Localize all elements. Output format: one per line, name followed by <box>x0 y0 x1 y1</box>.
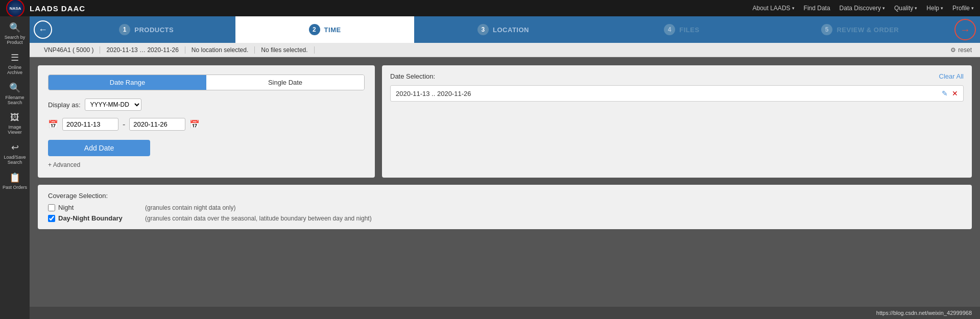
breadcrumb-files: No files selected. <box>255 46 314 54</box>
quality-link[interactable]: Quality ▾ <box>894 5 917 12</box>
archive-icon: ☰ <box>11 52 19 63</box>
breadcrumb-product: VNP46A1 ( 5000 ) <box>38 46 100 54</box>
tab-single-date[interactable]: Single Date <box>206 75 364 90</box>
layout: 🔍 Search by Product ☰ Online Archive 🔍 F… <box>0 16 980 319</box>
coverage-label: Coverage Selection: <box>48 192 962 200</box>
chevron-down-icon: ▾ <box>792 6 795 11</box>
sidebar-item-past-orders[interactable]: 📋 Past Orders <box>0 169 30 193</box>
coverage-boundary-label[interactable]: Day-Night Boundary <box>48 214 130 222</box>
sidebar-item-search-by-product[interactable]: 🔍 Search by Product <box>0 19 30 48</box>
display-format-select[interactable]: YYYY-MM-DD MM/DD/YYYY DD/MM/YYYY <box>85 99 141 111</box>
coverage-row-daynightboundary: Day-Night Boundary (granules contain dat… <box>48 214 962 222</box>
coverage-night-desc: (granules contain night data only) <box>145 204 235 211</box>
step-num-5: 5 <box>821 24 832 35</box>
clear-all-button[interactable]: Clear All <box>939 72 964 80</box>
reset-button[interactable]: ⚙ reset <box>950 46 972 54</box>
gear-icon: ⚙ <box>950 46 956 54</box>
coverage-night-checkbox[interactable] <box>48 204 55 211</box>
step-num-4: 4 <box>664 24 675 35</box>
main-content: ← 1 PRODUCTS 2 TIME 3 LOCATION 4 FILES <box>30 16 980 319</box>
date-inputs: 📅 - 📅 <box>48 118 365 131</box>
image-icon: 🖼 <box>10 112 19 123</box>
date-section: Date Range Single Date Display as: YYYY-… <box>38 65 972 178</box>
calendar-end-icon[interactable]: 📅 <box>189 119 200 129</box>
chevron-down-icon: ▾ <box>882 6 885 11</box>
add-date-button[interactable]: Add Date <box>48 140 150 156</box>
sidebar-label-loadsave: Load/Save Search <box>4 155 26 165</box>
date-right-panel: Date Selection: Clear All 2020-11-13 .. … <box>382 65 972 178</box>
wizard-step-files: 4 FILES <box>592 16 771 43</box>
date-entry-delete-button[interactable]: ✕ <box>952 89 958 97</box>
profile-link[interactable]: Profile ▾ <box>952 5 974 12</box>
coverage-night-label[interactable]: Night <box>48 204 130 211</box>
start-date-input[interactable] <box>62 118 118 131</box>
sidebar-label-past-orders: Past Orders <box>3 185 27 190</box>
step-label-files: FILES <box>679 26 699 34</box>
help-link[interactable]: Help ▾ <box>926 5 943 12</box>
sidebar-item-filename-search[interactable]: 🔍 Filename Search <box>0 79 30 108</box>
step-label-products: PRODUCTS <box>134 26 174 34</box>
coverage-row-night: Night (granules contain night data only) <box>48 204 962 211</box>
tab-date-range[interactable]: Date Range <box>49 75 206 90</box>
breadcrumb-location: No location selected. <box>185 46 255 54</box>
chevron-down-icon: ▾ <box>971 6 974 11</box>
top-nav-right: About LAADS ▾ Find Data Data Discovery ▾… <box>753 5 974 12</box>
wizard-step-time[interactable]: 2 TIME <box>235 16 414 43</box>
wizard-forward-button[interactable]: → <box>954 19 976 40</box>
load-save-icon: ↩ <box>11 142 19 153</box>
date-left-panel: Date Range Single Date Display as: YYYY-… <box>38 65 375 178</box>
site-title: LAADS DAAC <box>30 4 85 13</box>
past-orders-icon: 📋 <box>9 172 20 183</box>
wizard-step-location[interactable]: 3 LOCATION <box>414 16 592 43</box>
step-num-2: 2 <box>309 24 320 35</box>
coverage-section: Coverage Selection: Night (granules cont… <box>38 185 972 229</box>
sidebar-item-image-viewer[interactable]: 🖼 Image Viewer <box>0 109 30 138</box>
coverage-boundary-desc: (granules contain data over the seasonal… <box>145 215 372 222</box>
date-tab-bar: Date Range Single Date <box>48 75 365 90</box>
step-num-3: 3 <box>477 24 489 35</box>
display-row: Display as: YYYY-MM-DD MM/DD/YYYY DD/MM/… <box>48 99 365 111</box>
coverage-options: Night (granules contain night data only)… <box>48 204 962 222</box>
date-entry-edit-button[interactable]: ✎ <box>942 89 948 97</box>
advanced-link[interactable]: + Advanced <box>48 161 365 168</box>
chevron-down-icon: ▾ <box>915 6 917 11</box>
footer-url: https://blog.csdn.net/weixin_42999968 <box>30 307 980 319</box>
breadcrumb-bar: VNP46A1 ( 5000 ) 2020-11-13 … 2020-11-26… <box>30 43 980 57</box>
breadcrumb-time: 2020-11-13 … 2020-11-26 <box>100 46 185 54</box>
step-label-location: LOCATION <box>493 26 529 34</box>
nasa-logo: NASA <box>6 0 25 17</box>
nasa-logo-text: NASA <box>10 6 21 11</box>
sidebar-item-load-save[interactable]: ↩ Load/Save Search <box>0 139 30 168</box>
wizard-step-review: 5 REVIEW & ORDER <box>771 16 949 43</box>
top-nav-left: NASA LAADS DAAC <box>6 0 85 17</box>
display-label: Display as: <box>48 101 81 109</box>
reset-label: reset <box>958 46 972 54</box>
date-entry-item: 2020-11-13 .. 2020-11-26 ✎ ✕ <box>390 85 964 102</box>
sidebar-item-online-archive[interactable]: ☰ Online Archive <box>0 49 30 78</box>
date-selection-label: Date Selection: <box>390 72 435 80</box>
coverage-boundary-checkbox[interactable] <box>48 215 55 222</box>
data-discovery-link[interactable]: Data Discovery ▾ <box>840 5 885 12</box>
find-data-link[interactable]: Find Data <box>804 5 830 12</box>
calendar-start-icon[interactable]: 📅 <box>48 119 58 129</box>
end-date-input[interactable] <box>129 118 185 131</box>
sidebar-label-search-product: Search by Product <box>5 35 26 45</box>
search-product-icon: 🔍 <box>9 22 20 33</box>
sidebar-label-archive: Online Archive <box>7 65 22 75</box>
about-laads-link[interactable]: About LAADS ▾ <box>753 5 795 12</box>
top-nav: NASA LAADS DAAC About LAADS ▾ Find Data … <box>0 0 980 16</box>
date-separator: - <box>123 120 125 129</box>
wizard-step-products[interactable]: 1 PRODUCTS <box>57 16 235 43</box>
date-selection-header: Date Selection: Clear All <box>390 72 964 80</box>
sidebar-label-filename: Filename Search <box>5 95 24 105</box>
content-area: Date Range Single Date Display as: YYYY-… <box>30 57 980 307</box>
step-label-time: TIME <box>324 26 341 34</box>
step-num-1: 1 <box>119 24 130 35</box>
wizard-steps: 1 PRODUCTS 2 TIME 3 LOCATION 4 FILES 5 <box>57 16 949 43</box>
sidebar: 🔍 Search by Product ☰ Online Archive 🔍 F… <box>0 16 30 319</box>
filename-icon: 🔍 <box>9 82 20 93</box>
wizard-bar: ← 1 PRODUCTS 2 TIME 3 LOCATION 4 FILES <box>30 16 980 43</box>
wizard-back-button[interactable]: ← <box>34 20 52 39</box>
coverage-boundary-name: Day-Night Boundary <box>58 214 123 222</box>
sidebar-label-image: Image Viewer <box>8 125 21 135</box>
